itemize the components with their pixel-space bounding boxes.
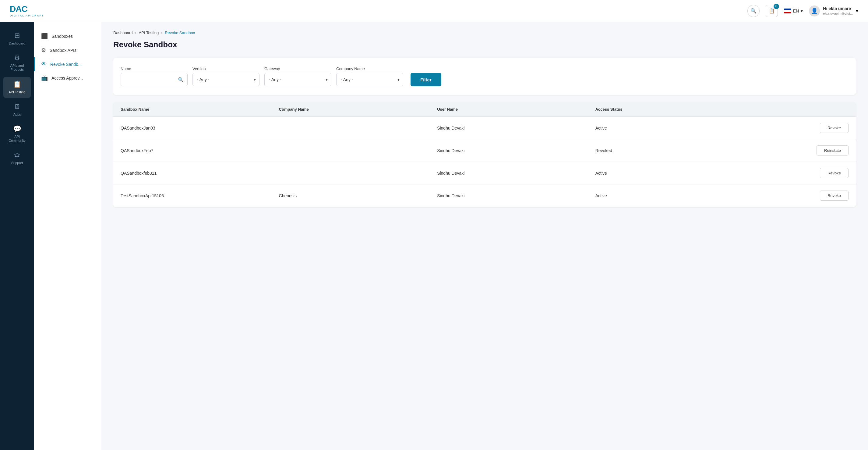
api-testing-icon: 📋 (13, 81, 21, 88)
community-icon: 💬 (13, 125, 21, 133)
sidebar-item-label: Apps (13, 113, 21, 116)
sidebar-item-sandbox-apis[interactable]: ⚙ Sandbox APIs (34, 43, 101, 57)
user-chevron-icon: ▾ (856, 8, 858, 14)
filter-gateway-label: Gateway (265, 66, 331, 71)
table-header: Sandbox Name Company Name User Name Acce… (113, 102, 856, 117)
filter-name-label: Name (121, 66, 188, 71)
filter-gateway-select[interactable]: - Any - (265, 73, 331, 86)
apis-icon: ⚙ (14, 54, 20, 62)
top-header: DAC DIGITAL APICRAFT 🔍 📋 0 EN ▾ 👤 Hi ekt… (0, 0, 868, 22)
revoke-sandbox-label: Revoke Sandb... (50, 62, 82, 67)
cell-sandbox-name: QASandboxJan03 (121, 125, 279, 131)
cell-sandbox-name: QASandboxfeb311 (121, 171, 279, 176)
filter-company-label: Company Name (336, 66, 403, 71)
sandbox-table: Sandbox Name Company Name User Name Acce… (113, 102, 856, 207)
user-name: Hi ekta umare (823, 6, 853, 11)
cell-action: Revoke (753, 123, 848, 133)
sidebar-item-support[interactable]: 🛎 Support (3, 147, 31, 169)
filter-version-wrap: - Any - ▾ (192, 73, 259, 86)
cell-user-name: Sindhu Devaki (437, 193, 595, 198)
apps-icon: 🖥 (14, 103, 21, 111)
filter-section: Name 🔍 Version - Any - ▾ (113, 58, 856, 95)
cell-sandbox-name: TestSandboxApr15106 (121, 193, 279, 198)
sandboxes-label: Sandboxes (52, 34, 73, 39)
sidebar-item-apis-products[interactable]: ⚙ APIs and Products (3, 50, 31, 75)
breadcrumb-current: Revoke Sandbox (165, 30, 195, 35)
header-right: 🔍 📋 0 EN ▾ 👤 Hi ekta umare ekta.u+apim@d… (747, 5, 858, 17)
filter-company-field: Company Name - Any - ▾ (336, 66, 403, 86)
cell-action: Revoke (753, 191, 848, 201)
table-row: QASandboxfeb311 Sindhu Devaki Active Rev… (113, 162, 856, 185)
sandbox-apis-icon: ⚙ (41, 47, 46, 54)
table-row: QASandboxFeb7 Sindhu Devaki Revoked Rein… (113, 139, 856, 162)
breadcrumb-dashboard[interactable]: Dashboard (113, 30, 133, 35)
sidebar-item-api-testing[interactable]: 📋 API Testing (3, 77, 31, 98)
revoke-button[interactable]: Revoke (820, 191, 848, 201)
sidebar-item-revoke-sandbox[interactable]: 👁 Revoke Sandb... (34, 57, 101, 71)
sidebar-item-api-community[interactable]: 💬 API Community (3, 121, 31, 146)
filter-version-select[interactable]: - Any - (192, 73, 259, 86)
cell-user-name: Sindhu Devaki (437, 171, 595, 176)
sidebar-item-dashboard[interactable]: ⊞ Dashboard (3, 28, 31, 49)
language-selector[interactable]: EN ▾ (784, 8, 803, 13)
main-content: Dashboard › API Testing › Revoke Sandbox… (101, 22, 868, 450)
sidebar-item-label: API Community (6, 135, 28, 143)
logo-text: DAC (10, 5, 44, 13)
flag-icon (784, 8, 791, 13)
logo-subtitle: DIGITAL APICRAFT (10, 14, 44, 17)
access-approvals-label: Access Approv... (52, 76, 83, 81)
avatar: 👤 (809, 5, 820, 17)
dashboard-icon: ⊞ (14, 32, 20, 39)
header-search-button[interactable]: 🔍 (747, 5, 760, 17)
breadcrumb-sep-1: › (135, 31, 136, 35)
filter-gateway-wrap: - Any - ▾ (265, 73, 331, 86)
lang-label: EN (793, 8, 799, 13)
cell-sandbox-name: QASandboxFeb7 (121, 148, 279, 153)
main-layout: ⊞ Dashboard ⚙ APIs and Products 📋 API Te… (0, 22, 868, 450)
access-approvals-icon: 📺 (41, 75, 48, 81)
filter-button[interactable]: Filter (410, 73, 441, 86)
col-sandbox-name: Sandbox Name (121, 107, 279, 112)
revoke-button[interactable]: Revoke (820, 168, 848, 178)
notif-badge: 0 (774, 4, 779, 9)
user-menu[interactable]: 👤 Hi ekta umare ekta.u+apim@digi... ▾ (809, 5, 858, 17)
support-icon: 🛎 (14, 151, 21, 159)
lang-chevron-icon: ▾ (801, 8, 803, 13)
table-body: QASandboxJan03 Sindhu Devaki Active Revo… (113, 117, 856, 207)
filter-company-wrap: - Any - ▾ (336, 73, 403, 86)
filter-company-select[interactable]: - Any - (336, 73, 403, 86)
revoke-button[interactable]: Revoke (820, 123, 848, 133)
cell-access-status: Revoked (595, 148, 754, 153)
table-row: TestSandboxApr15106 Chenosis Sindhu Deva… (113, 185, 856, 207)
sidebar-item-apps[interactable]: 🖥 Apps (3, 99, 31, 120)
breadcrumb-sep-2: › (161, 31, 162, 35)
sidebar-item-label: API Testing (8, 90, 25, 94)
filter-name-input[interactable] (121, 73, 188, 86)
sidebar-item-label: APIs and Products (6, 64, 28, 72)
cell-access-status: Active (595, 171, 754, 176)
sidebar-item-sandboxes[interactable]: ⬛ Sandboxes (34, 29, 101, 43)
page-title: Revoke Sandbox (113, 40, 856, 49)
notifications-button[interactable]: 📋 0 (766, 5, 778, 17)
cell-user-name: Sindhu Devaki (437, 125, 595, 131)
user-email: ekta.u+apim@digi... (823, 11, 853, 16)
secondary-sidebar: ⬛ Sandboxes ⚙ Sandbox APIs 👁 Revoke Sand… (34, 22, 101, 450)
revoke-sandbox-icon: 👁 (41, 61, 46, 67)
breadcrumb: Dashboard › API Testing › Revoke Sandbox (113, 30, 856, 35)
cell-action: Revoke (753, 168, 848, 178)
reinstate-button[interactable]: Reinstate (816, 145, 848, 156)
sidebar-item-access-approvals[interactable]: 📺 Access Approv... (34, 71, 101, 85)
sandboxes-icon: ⬛ (41, 33, 48, 39)
logo: DAC DIGITAL APICRAFT (10, 5, 44, 17)
filter-version-label: Version (192, 66, 259, 71)
filter-row: Name 🔍 Version - Any - ▾ (121, 66, 848, 86)
sandbox-apis-label: Sandbox APIs (50, 48, 76, 53)
cell-access-status: Active (595, 125, 754, 131)
filter-name-wrap: 🔍 (121, 73, 188, 86)
col-actions (753, 107, 848, 112)
filter-name-field: Name 🔍 (121, 66, 188, 86)
breadcrumb-api-testing[interactable]: API Testing (139, 30, 159, 35)
cell-company-name: Chenosis (279, 193, 437, 198)
cell-action: Reinstate (753, 145, 848, 156)
filter-gateway-field: Gateway - Any - ▾ (265, 66, 331, 86)
